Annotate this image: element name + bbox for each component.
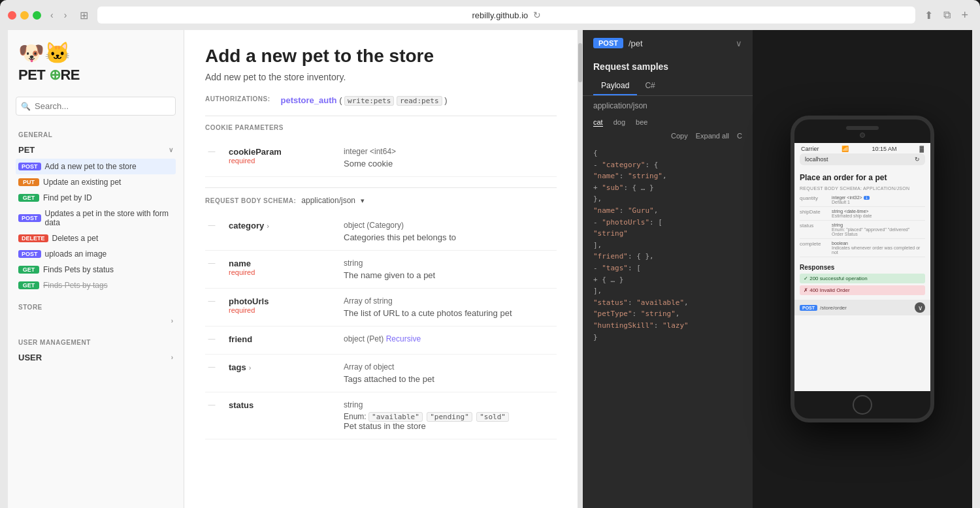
request-samples-title: Request samples	[583, 56, 753, 77]
recursive-link[interactable]: Recursive	[386, 334, 421, 343]
subtab-cat[interactable]: cat	[593, 118, 603, 127]
subtab-dog[interactable]: dog	[613, 118, 625, 127]
param-name: name	[229, 259, 333, 268]
param-desc: Some cookie	[344, 159, 557, 168]
param-type-col: integer <int64> Some cookie	[344, 147, 557, 168]
field-type: boolean	[832, 241, 925, 246]
param-type-col: string The name given to a pet	[344, 259, 557, 280]
sidebar-item-label: Update an existing pet	[43, 178, 173, 187]
search-input[interactable]	[16, 97, 176, 116]
maximize-button[interactable]	[33, 11, 41, 20]
share-button[interactable]: ⬆	[921, 7, 937, 24]
subtab-bee[interactable]: bee	[636, 118, 647, 127]
nav-buttons: ‹ ›	[46, 8, 71, 22]
bottom-chevron-icon[interactable]: ∨	[915, 302, 925, 313]
phone-home-button[interactable]	[853, 395, 872, 415]
phone-field-quantity: quantity integer <int32> 1 Default 1	[800, 193, 925, 207]
field-label: Order Status	[832, 232, 925, 236]
code-line: "status": "available",	[593, 297, 742, 309]
tab-payload[interactable]: Payload	[593, 77, 637, 95]
scrollbar[interactable]	[578, 30, 583, 508]
divider2	[205, 187, 557, 188]
param-type-col: string Enum: "available" "pending" "sold…	[344, 400, 557, 431]
sidebar-item-update-pet[interactable]: PUT Update an existing pet	[16, 174, 176, 190]
traffic-lights	[8, 11, 41, 20]
phone-responses: Responses ✓ 200 successful operation ✗ 4…	[794, 261, 930, 300]
param-type: string	[344, 259, 557, 268]
chevron-down-icon: ∨	[169, 146, 173, 153]
sidebar-item-upload-image[interactable]: POST uploads an image	[16, 246, 176, 262]
code-actions: Copy Expand all C	[583, 129, 753, 142]
auth-name[interactable]: petstore_auth	[281, 95, 337, 105]
paren-close: )	[444, 95, 447, 105]
sidebar-item-add-pet[interactable]: POST Add a new pet to the store	[16, 159, 176, 174]
user-section: USER MANAGEMENT USER ›	[8, 334, 184, 366]
response-400: ✗ 400 Invalid Order	[800, 285, 925, 295]
main-content: Add a new pet to the store Add new pet t…	[184, 30, 578, 508]
close-button[interactable]	[8, 11, 16, 20]
sidebar-item-label: Add a new pet to the store	[45, 162, 173, 171]
param-desc: Tags attached to the pet	[344, 374, 557, 384]
store-group-header[interactable]: ›	[16, 313, 176, 328]
add-tab-button[interactable]: +	[957, 7, 972, 24]
pet-group-header[interactable]: PET ∨	[16, 141, 176, 159]
sidebar-item-label: Finds Pets by status	[43, 265, 173, 274]
expand-all-button[interactable]: Expand all	[696, 132, 729, 140]
chevron-down-icon[interactable]: ∨	[736, 39, 742, 48]
sidebar-item-find-tags[interactable]: GET Finds Pets by tags	[16, 278, 176, 293]
search-box[interactable]: 🔍	[16, 97, 176, 116]
sidebar-item-update-form[interactable]: POST Updates a pet in the store with for…	[16, 206, 176, 230]
param-desc: The name given to a pet	[344, 270, 557, 280]
back-button[interactable]: ‹	[46, 8, 57, 22]
reload-icon[interactable]: ↻	[533, 10, 541, 20]
collapse-button[interactable]: C	[737, 132, 742, 140]
new-window-button[interactable]: ⧉	[939, 7, 955, 24]
page-description: Add new pet to the store inventory.	[205, 72, 557, 82]
param-desc: Pet status in the store	[344, 421, 557, 431]
phone-screen: Carrier 📶 10:15 AM ▓ localhost ↻ Place a…	[794, 143, 930, 391]
forward-button[interactable]: ›	[60, 8, 71, 22]
phone-schema-label: REQUEST BODY SCHEMA: application/json	[800, 186, 925, 191]
auth-label: AUTHORIZATIONS:	[205, 95, 270, 103]
code-line: "friend": { },	[593, 251, 742, 262]
code-line: }	[593, 332, 742, 343]
sidebar-item-delete-pet[interactable]: DELETE Deletes a pet	[16, 230, 176, 246]
pet-group: PET ∨ POST Add a new pet to the store PU…	[16, 141, 176, 293]
phone-url-bar[interactable]: localhost ↻	[800, 153, 925, 165]
user-group-header[interactable]: USER ›	[16, 349, 176, 366]
expand-arrow[interactable]: ›	[267, 222, 269, 230]
code-line: "string"	[593, 228, 742, 240]
browser-content: 🐶🐱 PET ⊕RE 🔍 GENERAL PET ∨	[8, 30, 972, 508]
enum-value: "sold"	[476, 412, 509, 422]
phone-page-title: Place an order for a pet	[800, 173, 925, 182]
request-body-label: REQUEST BODY SCHEMA:	[205, 197, 296, 204]
copy-button[interactable]: Copy	[671, 132, 688, 140]
param-row-name: — name required string The name given to…	[205, 251, 557, 289]
address-bar[interactable]: rebilly.github.io ↻	[97, 7, 915, 24]
param-type: Array of object	[344, 362, 557, 372]
general-section-title: GENERAL	[16, 126, 176, 141]
scroll-thumb[interactable]	[578, 43, 582, 82]
battery-icon: ▓	[919, 146, 924, 152]
sidebar-item-find-status[interactable]: GET Finds Pets by status	[16, 262, 176, 278]
sidebar-toggle-button[interactable]: ⊞	[76, 8, 92, 23]
endpoint-method-badge: POST	[593, 38, 623, 48]
field-name: status	[800, 223, 829, 229]
expand-arrow[interactable]: ›	[249, 364, 252, 372]
logo-icon-circle: ⊕	[49, 67, 61, 83]
phone-status-bar: Carrier 📶 10:15 AM ▓	[794, 143, 930, 153]
minimize-button[interactable]	[20, 11, 29, 20]
store-section: STORE ›	[8, 298, 184, 328]
param-type: integer <int64>	[344, 147, 557, 156]
request-body-schema: application/json	[301, 196, 355, 205]
phone-refresh-icon[interactable]: ↻	[915, 156, 920, 163]
sidebar: 🐶🐱 PET ⊕RE 🔍 GENERAL PET ∨	[8, 30, 184, 508]
sidebar-item-find-pet[interactable]: GET Find pet by ID	[16, 190, 176, 206]
tab-csharp[interactable]: C#	[637, 77, 662, 95]
code-line: - "tags": [	[593, 262, 742, 274]
post-badge: POST	[18, 214, 41, 222]
code-line: "huntingSkill": "lazy"	[593, 320, 742, 332]
user-group-label: USER	[18, 353, 42, 362]
param-name: status	[229, 400, 333, 410]
schema-dropdown[interactable]: ▾	[361, 197, 365, 205]
